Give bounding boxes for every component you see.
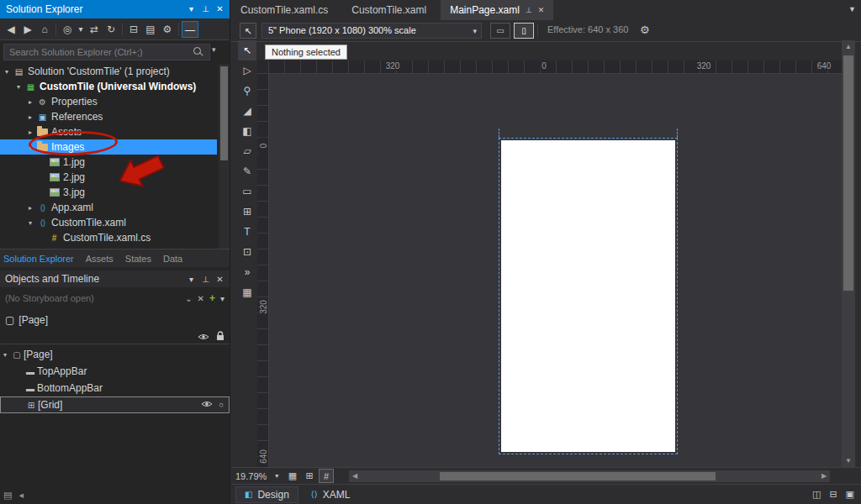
pointer-mode-button[interactable]: ↖ [240,23,256,39]
tab-data[interactable]: Data [163,254,182,264]
tree-item-solution[interactable]: ▾ ▤ Solution 'CustomTile' (1 project) [0,64,217,79]
device-selector-dropdown[interactable]: 5" Phone (1920 x 1080) 300% scale ▾ [261,23,482,39]
eyedropper-tool[interactable]: ◢ [238,101,256,121]
tab-states[interactable]: States [125,254,151,264]
expander-icon[interactable]: ▾ [25,219,35,227]
storyboard-options-icon[interactable]: ▾ [220,294,224,303]
tree-item-images[interactable]: ▾ Images [0,139,217,155]
storyboard-picker[interactable]: (No Storyboard open) ⌄ ✕ + ▾ [0,289,230,307]
doc-tab-customtilexaml[interactable]: CustomTile.xaml [342,0,436,20]
tree-item-assets[interactable]: ▸ Assets [0,124,217,139]
show-all-files-button[interactable]: ▤ [142,21,159,38]
scrollbar-thumb[interactable] [440,472,716,480]
text-tool[interactable]: T [238,222,256,242]
split-vertical-icon[interactable]: ◫ [812,489,821,500]
scroll-up-icon[interactable]: ▲ [842,40,855,53]
close-storyboard-icon[interactable]: ✕ [198,294,204,303]
refresh-button[interactable]: ↻ [103,21,119,38]
lock-state-icon[interactable]: ○ [219,401,224,409]
scrollbar-thumb[interactable] [843,55,853,291]
visibility-column-icon[interactable] [198,332,209,344]
solution-tree-scrollbar[interactable] [219,64,230,249]
objects-timeline-header[interactable]: Objects and Timeline ▾ ⊥ ✕ [0,270,230,287]
rectangle-tool[interactable]: ▭ [238,181,256,202]
zoom-dropdown[interactable]: 19.79% ▾ [235,470,278,483]
expander-icon[interactable]: ▾ [13,83,24,91]
expander-icon[interactable]: ▾ [25,144,35,151]
tree-item-customtilexaml[interactable]: ▾ ⟨⟩ CustomTile.xaml [0,215,217,230]
close-icon[interactable]: ✕ [538,0,545,20]
storyboard-dropdown-icon[interactable]: ⌄ [185,294,192,303]
gear-icon[interactable]: ⚙ [640,24,650,36]
tab-xaml-view[interactable]: ⟨⟩ XAML [303,486,359,503]
expander-icon[interactable]: ▸ [25,98,35,106]
new-storyboard-icon[interactable]: + [209,292,215,304]
pin-icon[interactable]: ⊥ [198,0,213,18]
tree-item-appxaml[interactable]: ▸ ⟨⟩ App.xaml [0,200,217,215]
portrait-orientation-button[interactable]: ▯ [514,23,534,39]
tab-solution-explorer[interactable]: Solution Explorer [3,254,74,264]
more-tools[interactable]: » [238,262,256,282]
window-position-icon[interactable]: ▾ [184,0,198,18]
snap-to-grid-button[interactable]: ⊞ [302,469,317,483]
objects-item-bottomappbar[interactable]: ▬ BottomAppBar [0,380,230,396]
direct-selection-tool[interactable]: ▷ [238,60,256,81]
tree-item-1jpg[interactable]: 1.jpg [0,155,217,170]
controls-tool[interactable]: ⊡ [238,242,256,262]
snap-to-snaplines-button[interactable]: # [319,469,334,483]
split-horizontal-icon[interactable]: ⊟ [829,489,837,500]
expander-icon[interactable]: ▾ [2,68,12,76]
landscape-orientation-button[interactable]: ▭ [490,23,510,39]
scroll-right-icon[interactable]: ▶ [818,470,830,482]
window-position-icon[interactable]: ▾ [184,271,198,288]
collapse-all-button[interactable]: ⊟ [125,21,142,38]
close-icon[interactable]: ✕ [213,0,227,18]
tree-item-3jpg[interactable]: 3.jpg [0,185,217,200]
preview-selected-items-button[interactable]: — [182,21,198,38]
solution-explorer-titlebar[interactable]: Solution Explorer ▾ ⊥ ✕ [0,0,230,18]
expand-pane-icon[interactable]: ▣ [846,489,854,500]
expander-icon[interactable]: ▸ [25,113,35,121]
designer-horizontal-scrollbar[interactable]: ◀ ▶ [349,470,830,482]
objects-item-page[interactable]: ▾ ▢ [Page] [0,346,230,363]
close-icon[interactable]: ✕ [213,271,227,288]
grid-tool[interactable]: ⊞ [238,202,256,222]
eraser-tool[interactable]: ▱ [238,141,256,161]
objects-item-topappbar[interactable]: ▬ TopAppBar [0,363,230,380]
tree-item-references[interactable]: ▸ ▣ References [0,109,217,124]
expander-icon[interactable]: ▸ [25,204,35,212]
lock-column-icon[interactable] [216,331,224,344]
objects-item-grid[interactable]: ⊞ [Grid] ○ [0,396,230,413]
tree-item-2jpg[interactable]: 2.jpg [0,170,217,185]
properties-button[interactable]: ⚙ [159,21,176,38]
back-button[interactable]: ◀ [3,21,19,38]
zoom-tool[interactable]: ⚲ [238,81,256,101]
scroll-left-icon[interactable]: ◂ [18,490,24,501]
tab-design-view[interactable]: ◧ Design [235,486,298,503]
search-caret-icon[interactable]: ▾ [212,45,216,54]
paint-bucket-tool[interactable]: ◧ [238,121,256,141]
scope-button[interactable]: ◎ [59,21,76,38]
tree-item-project[interactable]: ▾ ▦ CustomTile (Universal Windows) [0,79,217,94]
phone-artboard[interactable] [501,140,675,452]
objects-breadcrumb[interactable]: ▢ [Page] [0,312,48,328]
expander-icon[interactable]: ▾ [0,351,10,359]
pen-tool[interactable]: ✎ [238,161,256,181]
visibility-eye-icon[interactable] [201,399,213,411]
pin-icon[interactable]: ⊥ [526,0,532,20]
scroll-left-icon[interactable]: ◀ [349,470,361,482]
document-icon[interactable]: ▤ [3,490,12,501]
forward-button[interactable]: ▶ [19,21,36,38]
assets-tool[interactable]: ▦ [238,282,256,302]
doc-tab-customtilexamlcs[interactable]: CustomTile.xaml.cs [231,0,337,20]
sync-with-active-document-button[interactable]: ⇄ [86,21,103,38]
doc-tab-mainpagexaml[interactable]: MainPage.xaml ⊥ ✕ [441,0,553,20]
pin-icon[interactable]: ⊥ [198,271,213,288]
expander-icon[interactable]: ▸ [25,129,35,136]
scroll-down-icon[interactable]: ▼ [842,454,855,467]
tab-assets[interactable]: Assets [86,254,114,264]
search-input[interactable] [3,44,210,60]
show-grid-button[interactable]: ▦ [285,469,300,483]
scope-caret-icon[interactable]: ▾ [76,21,86,38]
tree-item-customtilexamlcs[interactable]: # CustomTile.xaml.cs [0,230,217,245]
